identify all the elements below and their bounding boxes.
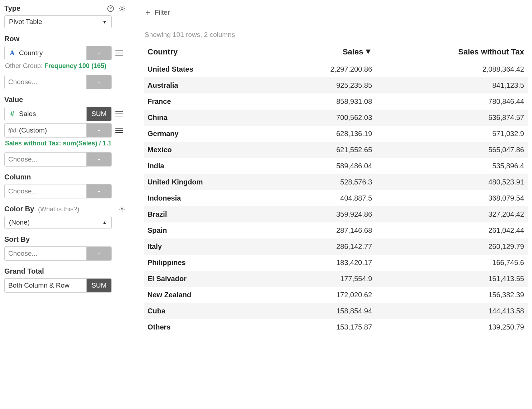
column-choose[interactable]: Choose... - — [4, 184, 112, 198]
cell-country: China — [144, 110, 274, 126]
table-row: Australia925,235.85841,123.5 — [144, 77, 528, 93]
drag-handle-icon[interactable] — [115, 128, 123, 133]
cell-sales: 528,576.3 — [274, 174, 376, 190]
colorby-select[interactable]: (None) ▲ — [4, 216, 112, 229]
table-row: Others153,175.87139,250.79 — [144, 319, 528, 335]
cell-sales-no-tax: 2,088,364.42 — [376, 61, 528, 78]
function-type-icon: f(x) — [8, 127, 16, 133]
row-other-group: Other Group: Frequency 100 (165) — [5, 62, 125, 70]
cell-sales-no-tax: 565,047.86 — [376, 142, 528, 158]
cell-sales: 858,931.08 — [274, 93, 376, 110]
cell-sales-no-tax: 261,042.44 — [376, 222, 528, 239]
table-row: Spain287,146.68261,042.44 — [144, 222, 528, 239]
drag-handle-icon[interactable] — [115, 50, 123, 56]
sortby-choose[interactable]: Choose... - — [4, 246, 112, 261]
value-formula: Sales without Tax: sum(Sales) / 1.1 — [5, 140, 125, 147]
colorby-select-value: (None) — [9, 218, 30, 226]
table-row: Indonesia404,887.5368,079.54 — [144, 190, 528, 206]
value-field-custom[interactable]: f(x) (Custom) - — [4, 123, 112, 138]
cell-sales-no-tax: 780,846.44 — [376, 93, 528, 110]
row-field-agg-button[interactable]: - — [86, 46, 111, 60]
value-field-name: Sales — [19, 110, 36, 118]
table-row: Italy286,142.77260,129.79 — [144, 239, 528, 255]
table-row: Mexico621,552.65565,047.86 — [144, 142, 528, 158]
drag-handle-icon[interactable] — [115, 111, 123, 116]
grandtotal-select[interactable]: Both Column & Row SUM — [4, 278, 112, 293]
gear-icon[interactable] — [118, 205, 126, 213]
cell-sales-no-tax: 144,413.58 — [376, 303, 528, 319]
sortby-label: Sort By — [4, 235, 30, 244]
header-sales[interactable]: Sales▼ — [274, 43, 376, 61]
type-select-value: Pivot Table — [9, 18, 42, 26]
cell-country: France — [144, 93, 274, 110]
table-row: New Zealand172,020.62156,382.39 — [144, 287, 528, 303]
cell-sales-no-tax: 156,382.39 — [376, 287, 528, 303]
help-icon[interactable] — [107, 5, 115, 13]
header-sales-no-tax[interactable]: Sales without Tax — [376, 43, 528, 61]
add-filter-button[interactable]: Filter — [145, 9, 528, 16]
value-field-sales[interactable]: # Sales SUM — [4, 107, 112, 121]
row-choose-agg-button[interactable]: - — [86, 75, 111, 89]
table-row: France858,931.08780,846.44 — [144, 93, 528, 110]
gear-icon[interactable] — [118, 5, 126, 13]
table-row: Philippines183,420.17166,745.6 — [144, 255, 528, 271]
table-row: El Salvador177,554.9161,413.55 — [144, 271, 528, 287]
cell-country: Mexico — [144, 142, 274, 158]
cell-country: Indonesia — [144, 190, 274, 206]
value-choose[interactable]: Choose... - — [4, 152, 112, 167]
cell-sales: 287,146.68 — [274, 222, 376, 239]
column-choose-agg-button[interactable]: - — [86, 184, 111, 198]
value-custom-name: (Custom) — [19, 126, 47, 134]
value-field-agg-button[interactable]: SUM — [86, 107, 111, 121]
table-row: Brazil359,924.86327,204.42 — [144, 206, 528, 222]
value-label: Value — [4, 96, 23, 104]
cell-sales: 925,235.85 — [274, 77, 376, 93]
cell-country: Spain — [144, 222, 274, 239]
type-select[interactable]: Pivot Table ▼ — [4, 15, 112, 28]
sort-desc-icon: ▼ — [364, 47, 372, 56]
cell-sales: 621,552.65 — [274, 142, 376, 158]
grandtotal-agg-button[interactable]: SUM — [86, 279, 111, 292]
text-type-icon: A — [8, 49, 16, 57]
table-row: United States2,297,200.862,088,364.42 — [144, 61, 528, 78]
row-field-name: Country — [19, 49, 43, 57]
cell-sales-no-tax: 166,745.6 — [376, 255, 528, 271]
colorby-label: Color By — [4, 205, 34, 213]
filter-label: Filter — [155, 9, 170, 16]
cell-country: United States — [144, 61, 274, 78]
status-text: Showing 101 rows, 2 columns — [145, 31, 528, 39]
cell-sales-no-tax: 260,129.79 — [376, 239, 528, 255]
cell-sales-no-tax: 161,413.55 — [376, 271, 528, 287]
cell-sales: 628,136.19 — [274, 126, 376, 142]
table-row: India589,486.04535,896.4 — [144, 158, 528, 174]
cell-country: Australia — [144, 77, 274, 93]
header-country[interactable]: Country — [144, 43, 274, 61]
colorby-hint[interactable]: (What is this?) — [38, 206, 79, 213]
results-panel: Filter Showing 101 rows, 2 columns Count… — [126, 4, 528, 335]
sortby-choose-agg-button[interactable]: - — [86, 247, 111, 260]
cell-sales-no-tax: 139,250.79 — [376, 319, 528, 335]
row-label: Row — [4, 35, 19, 43]
cell-country: Cuba — [144, 303, 274, 319]
type-label: Type — [4, 4, 20, 13]
cell-country: Germany — [144, 126, 274, 142]
cell-country: Brazil — [144, 206, 274, 222]
cell-sales: 158,854.94 — [274, 303, 376, 319]
cell-country: India — [144, 158, 274, 174]
cell-sales: 2,297,200.86 — [274, 61, 376, 78]
value-custom-agg-button[interactable]: - — [86, 124, 111, 137]
table-row: China700,562.03636,874.57 — [144, 110, 528, 126]
cell-country: El Salvador — [144, 271, 274, 287]
config-sidebar: Type Pivot Table ▼ Row A Country — [4, 4, 126, 335]
cell-sales-no-tax: 636,874.57 — [376, 110, 528, 126]
value-choose-agg-button[interactable]: - — [86, 153, 111, 166]
cell-country: New Zealand — [144, 287, 274, 303]
row-choose[interactable]: Choose... - — [4, 75, 112, 89]
svg-point-3 — [121, 208, 123, 210]
cell-sales: 700,562.03 — [274, 110, 376, 126]
row-field-country[interactable]: A Country - — [4, 46, 112, 60]
cell-sales-no-tax: 571,032.9 — [376, 126, 528, 142]
cell-sales: 359,924.86 — [274, 206, 376, 222]
cell-sales-no-tax: 368,079.54 — [376, 190, 528, 206]
grandtotal-label: Grand Total — [4, 267, 44, 275]
